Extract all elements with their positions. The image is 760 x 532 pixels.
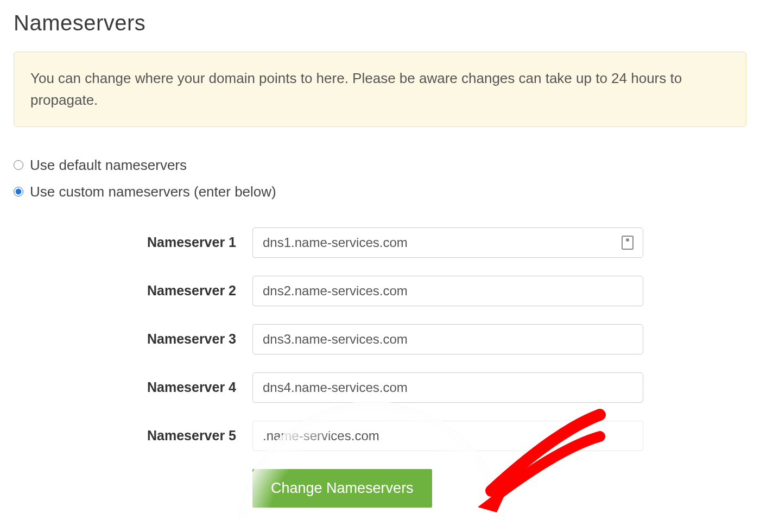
- page-title: Nameservers: [14, 11, 746, 35]
- nameserver-4-input[interactable]: [252, 372, 643, 403]
- contact-card-icon: [622, 236, 634, 250]
- nameserver-1-label: Nameserver 1: [14, 235, 252, 250]
- radio-custom-nameservers[interactable]: [14, 187, 23, 197]
- nameserver-row-5: Nameserver 5: [14, 421, 746, 451]
- nameserver-row-3: Nameserver 3: [14, 324, 746, 354]
- nameserver-1-input[interactable]: [252, 227, 643, 258]
- nameserver-2-label: Nameserver 2: [14, 283, 252, 299]
- radio-default-label[interactable]: Use default nameservers: [30, 157, 187, 174]
- radio-default-nameservers[interactable]: [14, 160, 23, 170]
- radio-custom-label[interactable]: Use custom nameservers (enter below): [30, 183, 276, 200]
- radio-row-default: Use default nameservers: [14, 157, 746, 174]
- change-nameservers-button[interactable]: Change Nameservers: [252, 469, 432, 508]
- info-alert: You can change where your domain points …: [14, 52, 746, 127]
- radio-row-custom: Use custom nameservers (enter below): [14, 183, 746, 200]
- nameserver-5-input[interactable]: [252, 421, 643, 451]
- info-alert-text: You can change where your domain points …: [30, 67, 730, 111]
- nameserver-row-2: Nameserver 2: [14, 276, 746, 306]
- nameserver-2-input[interactable]: [252, 276, 643, 306]
- nameserver-form: Nameserver 1 Nameserver 2 Nameserver 3 N…: [14, 227, 746, 508]
- nameserver-3-label: Nameserver 3: [14, 331, 252, 347]
- nameserver-row-4: Nameserver 4: [14, 372, 746, 403]
- nameserver-4-label: Nameserver 4: [14, 379, 252, 395]
- submit-row: Change Nameservers: [14, 469, 746, 508]
- nameserver-row-1: Nameserver 1: [14, 227, 746, 258]
- nameserver-3-input[interactable]: [252, 324, 643, 354]
- nameserver-5-label: Nameserver 5: [14, 428, 252, 444]
- nameserver-mode-radio-group: Use default nameservers Use custom names…: [14, 157, 746, 200]
